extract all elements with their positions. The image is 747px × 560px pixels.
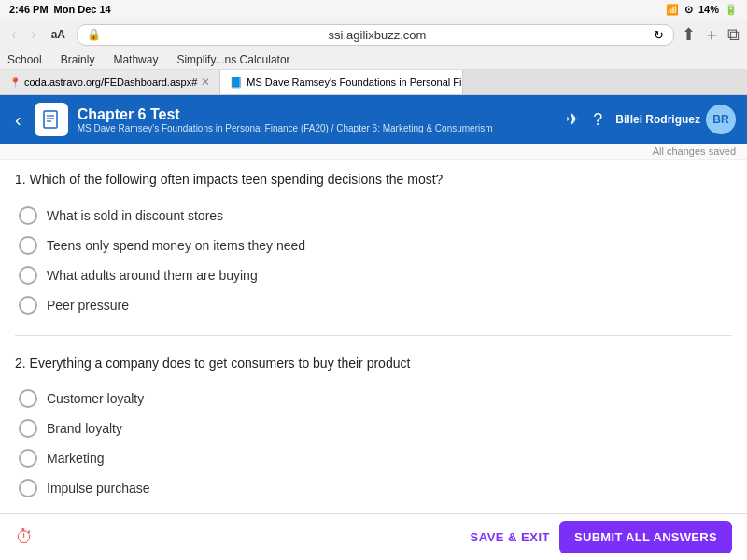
bookmark-mathway[interactable]: Mathway xyxy=(113,53,158,66)
header-titles: Chapter 6 Test MS Dave Ramsey's Foundati… xyxy=(78,106,557,133)
browser-nav-bar: ‹ › aA 🔒 ssi.agilixbuzz.com ↻ ⬆ ＋ ⧉ xyxy=(0,19,747,50)
tab-1-location-icon: 📍 xyxy=(9,77,21,88)
status-time: 2:46 PM xyxy=(9,4,49,15)
lock-icon: 🔒 xyxy=(87,28,101,41)
q1-radio-2[interactable] xyxy=(19,236,37,255)
bookmark-brainly[interactable]: Brainly xyxy=(61,53,95,66)
submit-all-button[interactable]: SUBMIT ALL ANSWERS xyxy=(559,521,732,553)
q1-radio-4[interactable] xyxy=(19,296,37,315)
wifi-icon: 📶 xyxy=(666,4,679,16)
q2-radio-2[interactable] xyxy=(19,419,37,438)
status-bar: 2:46 PM Mon Dec 14 📶 ⊙ 14% 🔋 xyxy=(0,0,747,19)
q2-option-1-text: Customer loyalty xyxy=(47,391,144,406)
header-title: Chapter 6 Test xyxy=(78,106,557,123)
changes-saved-bar: All changes saved xyxy=(0,144,747,160)
user-info: Billei Rodriguez xyxy=(615,113,700,126)
q1-option-2-text: Teens only spend money on items they nee… xyxy=(47,238,305,253)
reader-button[interactable]: aA xyxy=(48,26,69,43)
q1-option-1[interactable]: What is sold in discount stores xyxy=(15,201,732,231)
tab-1-close[interactable]: ✕ xyxy=(201,76,210,89)
back-button[interactable]: ‹ xyxy=(7,24,20,45)
q2-radio-1[interactable] xyxy=(19,389,37,408)
q1-option-1-text: What is sold in discount stores xyxy=(47,208,223,223)
q2-radio-3[interactable] xyxy=(19,449,37,468)
chapter-icon xyxy=(35,103,68,136)
q2-radio-4[interactable] xyxy=(19,479,37,497)
reload-icon[interactable]: ↻ xyxy=(654,28,664,42)
tab-2-label: MS Dave Ramsey's Foundations in Personal… xyxy=(247,77,463,88)
tab-2[interactable]: 📘 MS Dave Ramsey's Foundations in Person… xyxy=(220,70,463,94)
signal-icon: ⊙ xyxy=(684,4,693,16)
q1-radio-1[interactable] xyxy=(19,206,37,225)
url-text: ssi.agilixbuzz.com xyxy=(106,28,648,42)
q2-option-2-text: Brand loyalty xyxy=(47,421,122,436)
question-1-text: 1. Which of the following often impacts … xyxy=(15,171,732,189)
q1-option-4-text: Peer pressure xyxy=(47,298,129,313)
q1-radio-3[interactable] xyxy=(19,266,37,285)
tab-bar: 📍 coda.astravo.org/FEDashboard.aspx# ✕ 📘… xyxy=(0,70,747,95)
help-icon[interactable]: ? xyxy=(593,110,602,130)
q1-option-3-text: What adults around them are buying xyxy=(47,268,258,283)
timer-icon: ⏱ xyxy=(15,526,34,548)
q1-option-3[interactable]: What adults around them are buying xyxy=(15,260,732,290)
tab-2-fav-icon: 📘 xyxy=(230,77,243,89)
battery-level: 14% xyxy=(698,4,719,15)
bookmark-simplify[interactable]: Simplify...ns Calculator xyxy=(176,53,289,66)
question-1-block: 1. Which of the following often impacts … xyxy=(15,171,732,336)
forward-button[interactable]: › xyxy=(27,24,39,45)
add-tab-button[interactable]: ＋ xyxy=(703,23,720,46)
svg-rect-0 xyxy=(44,111,57,128)
changes-saved-text: All changes saved xyxy=(653,146,736,157)
q1-option-2[interactable]: Teens only spend money on items they nee… xyxy=(15,231,732,260)
status-day: Mon Dec 14 xyxy=(54,4,111,15)
app-header: ‹ Chapter 6 Test MS Dave Ramsey's Founda… xyxy=(0,95,747,144)
q1-option-4[interactable]: Peer pressure xyxy=(15,290,732,320)
battery-icon: 🔋 xyxy=(725,4,738,16)
user-avatar: BR xyxy=(706,105,736,134)
share-button[interactable]: ⬆ xyxy=(682,24,696,45)
q2-option-4-text: Impulse purchase xyxy=(47,481,150,496)
address-bar[interactable]: 🔒 ssi.agilixbuzz.com ↻ xyxy=(77,24,674,46)
browser-actions: ⬆ ＋ ⧉ xyxy=(682,23,740,46)
bookmark-bar: School Brainly Mathway Simplify...ns Cal… xyxy=(0,50,747,70)
q2-option-3-text: Marketing xyxy=(47,451,104,466)
bookmark-school[interactable]: School xyxy=(7,53,42,66)
user-section: Billei Rodriguez BR xyxy=(615,105,736,134)
header-actions: ✈ ? Billei Rodriguez BR xyxy=(566,105,736,134)
quiz-content: 1. Which of the following often impacts … xyxy=(0,160,747,517)
question-2-block: 2. Everything a company does to get cons… xyxy=(15,355,732,517)
send-icon[interactable]: ✈ xyxy=(566,109,580,130)
tab-1-label: coda.astravo.org/FEDashboard.aspx# xyxy=(24,77,197,88)
app-back-button[interactable]: ‹ xyxy=(11,109,25,131)
bottom-bar: ⏱ SAVE & EXIT SUBMIT ALL ANSWERS xyxy=(0,513,747,560)
q2-option-4[interactable]: Impulse purchase xyxy=(15,473,732,503)
q2-option-2[interactable]: Brand loyalty xyxy=(15,413,732,443)
bottom-actions: SAVE & EXIT SUBMIT ALL ANSWERS xyxy=(471,521,732,553)
header-subtitle: MS Dave Ramsey's Foundations in Personal… xyxy=(78,123,557,133)
user-name: Billei Rodriguez xyxy=(615,113,700,126)
q2-option-3[interactable]: Marketing xyxy=(15,443,732,473)
tab-1[interactable]: 📍 coda.astravo.org/FEDashboard.aspx# ✕ xyxy=(0,70,220,94)
q2-option-1[interactable]: Customer loyalty xyxy=(15,384,732,413)
question-2-text: 2. Everything a company does to get cons… xyxy=(15,355,732,373)
tabs-button[interactable]: ⧉ xyxy=(727,25,740,45)
save-exit-button[interactable]: SAVE & EXIT xyxy=(471,530,550,544)
